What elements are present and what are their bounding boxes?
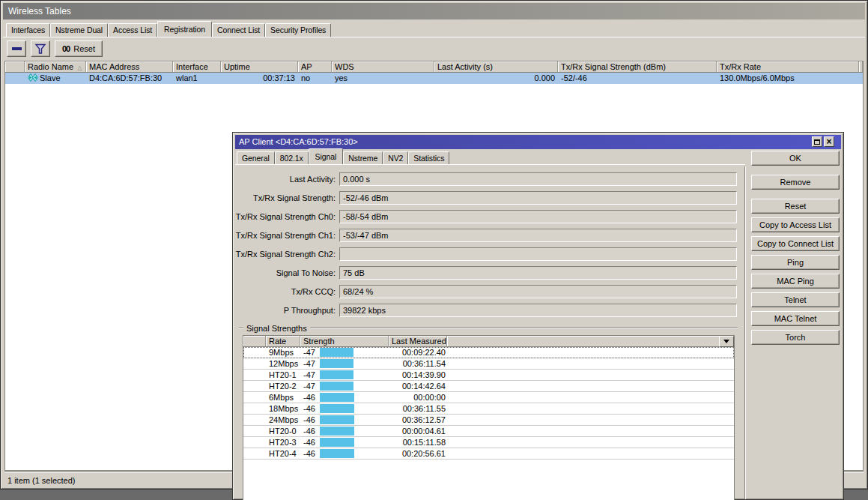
signal-row[interactable]: 9Mbps-4700:09:22.40	[243, 347, 734, 358]
signal-cell-last-measured: 00:20:56.61	[389, 448, 447, 459]
sort-ascending-icon: △	[77, 64, 82, 71]
strength-text: -46	[303, 449, 315, 458]
signal-col-strength[interactable]: Strength	[300, 336, 389, 347]
cell-text: yes	[335, 73, 347, 82]
remove-entry-button[interactable]	[7, 40, 26, 57]
strength-text: -47	[303, 370, 315, 379]
signal-col-spacer	[243, 336, 266, 347]
ok-button[interactable]: OK	[751, 151, 840, 166]
window-title: Wireless Tables	[3, 3, 865, 19]
field-label: Tx/Rx Signal Strength Ch2:	[233, 247, 336, 261]
field-value[interactable]	[339, 247, 737, 261]
strength-text: -47	[303, 359, 315, 368]
signal-cell-rate: HT20-1	[266, 370, 300, 380]
column-header-label: Interface	[176, 62, 208, 71]
signal-row[interactable]: HT20-3-4600:15:11.58	[243, 437, 734, 448]
signal-cell-rate: HT20-0	[266, 426, 300, 436]
signal-cell-spacer	[243, 437, 266, 448]
dialog-tab-signal[interactable]: Signal	[309, 148, 344, 164]
cell-tx-rx-rate: 130.0Mbps/6.0Mbps	[717, 73, 859, 84]
dialog-tab-802-1x[interactable]: 802.1x	[275, 151, 309, 164]
column-header-interface[interactable]: Interface	[173, 61, 221, 73]
signal-row[interactable]: 12Mbps-4700:36:11.54	[243, 358, 734, 370]
cell-last-activity: 0.000	[434, 73, 558, 84]
cell-text: -52/-46	[561, 73, 587, 82]
filter-button[interactable]	[31, 40, 50, 57]
signal-col-label: Strength	[303, 337, 335, 346]
signal-cell-rate: 18Mbps	[266, 403, 300, 414]
column-header-uptime[interactable]: Uptime	[221, 61, 298, 73]
signal-row[interactable]: 18Mbps-4600:36:11.55	[243, 403, 734, 415]
column-header-last-activity[interactable]: Last Activity (s)	[434, 61, 558, 73]
group-label: Signal Strengths	[243, 324, 310, 333]
ping-button[interactable]: Ping	[751, 255, 840, 270]
field-value[interactable]: -53/-47 dBm	[339, 229, 737, 242]
column-header-tx-rx-signal[interactable]: Tx/Rx Signal Strength (dBm)	[558, 61, 717, 73]
field-value[interactable]: 0.000 s	[339, 172, 737, 186]
cell-tx-rx-signal: -52/-46	[558, 73, 717, 84]
dialog-tab-general[interactable]: General	[237, 151, 275, 164]
column-header-icon[interactable]	[5, 61, 25, 73]
tab-security-profiles[interactable]: Security Profiles	[265, 23, 331, 37]
torch-button[interactable]: Torch	[751, 330, 840, 345]
reset-button[interactable]: 00 Reset	[55, 40, 103, 57]
last-measured-text: 00:15:11.58	[403, 438, 446, 447]
tab-nstreme-dual[interactable]: Nstreme Dual	[50, 23, 108, 37]
signal-cell-rate: HT20-4	[266, 448, 300, 459]
copy-to-connect-list-button[interactable]: Copy to Connect List	[751, 236, 840, 251]
reset-button[interactable]: Reset	[751, 199, 840, 214]
close-button[interactable]: ×	[824, 136, 834, 147]
signal-col-last-measured[interactable]: Last Measured	[389, 336, 447, 347]
signal-row[interactable]: HT20-1-4700:14:39.90	[243, 370, 734, 381]
column-header-radio-name[interactable]: Radio Name△	[25, 61, 86, 73]
signal-col-rate[interactable]: Rate	[266, 336, 300, 347]
column-header-mac-address[interactable]: MAC Address	[86, 61, 173, 73]
remove-button[interactable]: Remove	[751, 175, 840, 190]
table-row[interactable]: SlaveD4:CA:6D:57:FB:30wlan100:37:13noyes…	[5, 73, 863, 84]
dialog-tab-nstreme[interactable]: Nstreme	[343, 151, 383, 164]
signal-col-label: Rate	[269, 337, 286, 346]
dialog-tab-statistics[interactable]: Statistics	[408, 151, 449, 164]
copy-to-access-list-button[interactable]: Copy to Access List	[751, 217, 840, 232]
signal-strengths-group: Signal Strengths	[239, 324, 738, 332]
tab-access-list[interactable]: Access List	[108, 23, 157, 37]
field-value[interactable]: 75 dB	[339, 266, 737, 280]
signal-cell-last-measured: 00:09:22.40	[389, 347, 447, 358]
field-value[interactable]: -52/-46 dBm	[339, 191, 737, 205]
maximize-button[interactable]	[812, 136, 822, 147]
rate-text: 18Mbps	[269, 404, 298, 413]
signal-row[interactable]: HT20-0-4600:00:04.61	[243, 426, 734, 437]
mac-ping-button[interactable]: MAC Ping	[751, 274, 840, 289]
tab-registration[interactable]: Registration	[157, 21, 212, 37]
signal-cell-strength: -46	[300, 403, 389, 414]
strength-bar	[320, 348, 353, 357]
signal-row[interactable]: HT20-4-4600:20:56.61	[243, 448, 734, 460]
column-header-wds[interactable]: WDS	[332, 61, 434, 73]
signal-cell-last-measured: 00:15:11.58	[389, 437, 447, 448]
mac-telnet-button[interactable]: MAC Telnet	[751, 311, 840, 326]
field-label: Tx/Rx CCQ:	[233, 285, 336, 298]
last-measured-text: 00:09:22.40	[402, 348, 446, 357]
rate-text: 12Mbps	[269, 359, 298, 368]
column-header-ap[interactable]: AP	[298, 61, 332, 73]
rate-text: HT20-0	[269, 427, 297, 436]
column-header-label: AP	[301, 62, 312, 71]
column-select-button[interactable]	[719, 336, 734, 347]
dialog-divider	[744, 166, 746, 499]
field-value[interactable]: 68/24 %	[339, 285, 737, 298]
cell-text: 00:37:13	[263, 73, 295, 82]
tab-interfaces[interactable]: Interfaces	[6, 23, 50, 37]
telnet-button[interactable]: Telnet	[751, 292, 840, 307]
column-header-tx-rx-rate[interactable]: Tx/Rx Rate	[717, 61, 859, 73]
field-value[interactable]: -58/-54 dBm	[339, 210, 737, 223]
dialog-tab-nv2[interactable]: NV2	[383, 151, 408, 164]
signal-row[interactable]: 6Mbps-4600:00:00	[243, 392, 734, 403]
signal-row[interactable]: 24Mbps-4600:36:12.57	[243, 415, 734, 426]
cell-text: 130.0Mbps/6.0Mbps	[720, 73, 795, 82]
signal-cell-last-measured: 00:14:39.90	[389, 370, 447, 380]
tab-connect-list[interactable]: Connect List	[212, 23, 265, 37]
field-value[interactable]: 39822 kbps	[339, 304, 737, 317]
signal-row[interactable]: HT20-2-4700:14:42.64	[243, 381, 734, 392]
main-tab-bar: InterfacesNstreme DualAccess ListRegistr…	[6, 23, 331, 37]
signal-cell-last-measured: 00:36:11.55	[389, 403, 447, 414]
